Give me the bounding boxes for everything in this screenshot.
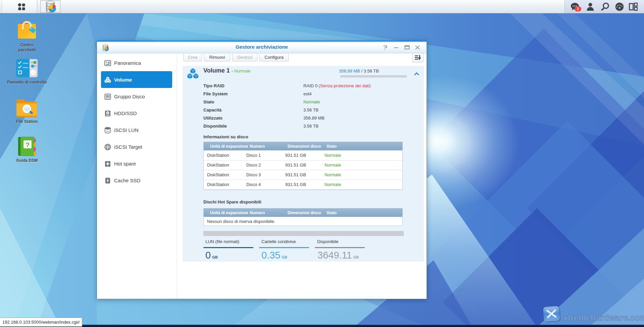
svg-text:?: ?	[26, 141, 30, 148]
svg-text:xtremehardware.com: xtremehardware.com	[563, 313, 644, 322]
